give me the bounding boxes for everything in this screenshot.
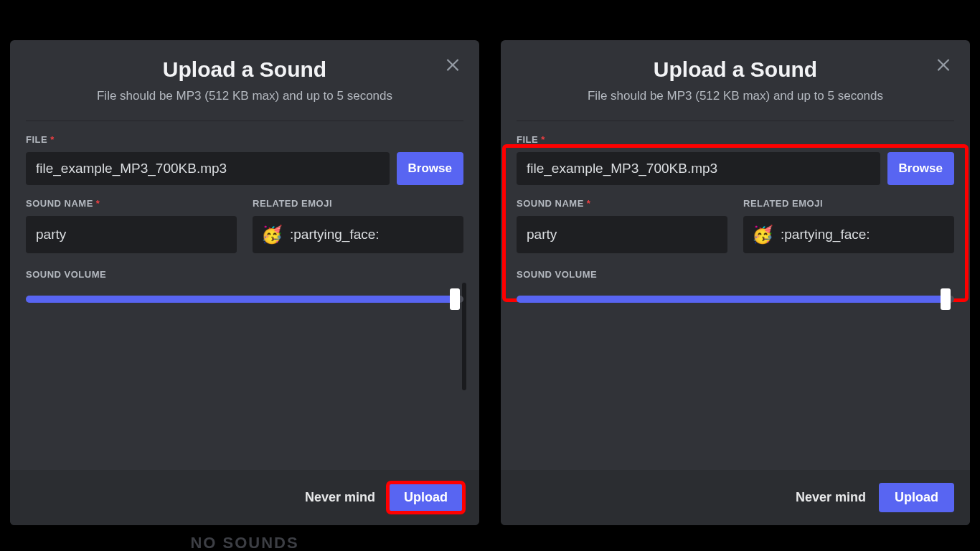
close-button[interactable] bbox=[442, 53, 463, 75]
file-label: FILE* bbox=[26, 134, 463, 145]
file-row: Browse bbox=[517, 152, 954, 185]
dialog-body: FILE* Browse SOUND NAME* RELATED EMOJI 🥳 bbox=[501, 121, 970, 470]
close-icon bbox=[443, 55, 462, 73]
emoji-col: RELATED EMOJI 🥳 :partying_face: bbox=[253, 198, 463, 253]
browse-button[interactable]: Browse bbox=[887, 152, 954, 185]
emoji-picker[interactable]: 🥳 :partying_face: bbox=[253, 216, 463, 253]
upload-button[interactable]: Upload bbox=[879, 483, 954, 512]
upload-sound-dialog: Upload a Sound File should be MP3 (512 K… bbox=[501, 40, 970, 525]
emoji-code: :partying_face: bbox=[781, 227, 870, 242]
sound-name-col: SOUND NAME* bbox=[26, 198, 237, 253]
dialog-title: Upload a Sound bbox=[30, 57, 459, 82]
sound-name-col: SOUND NAME* bbox=[517, 198, 727, 253]
volume-slider-thumb[interactable] bbox=[941, 288, 951, 310]
panel-right: Upload a Sound File should be MP3 (512 K… bbox=[489, 0, 980, 551]
close-icon bbox=[934, 55, 953, 73]
volume-slider-fill bbox=[26, 296, 455, 303]
dialog-footer: Never mind Upload bbox=[501, 470, 970, 525]
partying-face-icon: 🥳 bbox=[261, 226, 283, 243]
browse-button[interactable]: Browse bbox=[397, 152, 463, 185]
file-input[interactable] bbox=[517, 152, 880, 185]
background-empty-text: NO SOUNDS bbox=[190, 534, 298, 551]
dialog-title: Upload a Sound bbox=[521, 57, 950, 82]
file-label: FILE* bbox=[517, 134, 954, 145]
nevermind-button[interactable]: Never mind bbox=[305, 490, 375, 505]
emoji-label: RELATED EMOJI bbox=[743, 198, 954, 209]
file-row: Browse bbox=[26, 152, 463, 185]
emoji-code: :partying_face: bbox=[290, 227, 380, 242]
emoji-label: RELATED EMOJI bbox=[253, 198, 463, 209]
file-input[interactable] bbox=[26, 152, 390, 185]
dialog-header: Upload a Sound File should be MP3 (512 K… bbox=[501, 40, 970, 115]
volume-label: SOUND VOLUME bbox=[517, 269, 954, 280]
dialog-header: Upload a Sound File should be MP3 (512 K… bbox=[10, 40, 479, 115]
volume-label: SOUND VOLUME bbox=[26, 269, 463, 280]
volume-slider[interactable] bbox=[517, 296, 954, 303]
emoji-col: RELATED EMOJI 🥳 :partying_face: bbox=[743, 198, 954, 253]
nevermind-button[interactable]: Never mind bbox=[796, 490, 866, 505]
dialog-subtitle: File should be MP3 (512 KB max) and up t… bbox=[30, 89, 459, 103]
sound-name-input[interactable] bbox=[26, 216, 237, 253]
sound-name-input[interactable] bbox=[517, 216, 727, 253]
volume-slider-fill bbox=[517, 296, 946, 303]
volume-slider-thumb[interactable] bbox=[450, 288, 460, 310]
panel-left: Upload a Sound File should be MP3 (512 K… bbox=[0, 0, 489, 551]
dialog-footer: Never mind Upload bbox=[10, 470, 479, 525]
dialog-body: FILE* Browse SOUND NAME* RELATED EMOJI 🥳 bbox=[10, 121, 479, 470]
sound-name-label: SOUND NAME* bbox=[26, 198, 237, 209]
partying-face-icon: 🥳 bbox=[752, 226, 773, 243]
upload-sound-dialog: Upload a Sound File should be MP3 (512 K… bbox=[10, 40, 479, 525]
emoji-picker[interactable]: 🥳 :partying_face: bbox=[743, 216, 954, 253]
upload-button[interactable]: Upload bbox=[388, 483, 463, 512]
volume-slider[interactable] bbox=[26, 296, 463, 303]
close-button[interactable] bbox=[933, 53, 954, 75]
sound-name-label: SOUND NAME* bbox=[517, 198, 727, 209]
dialog-subtitle: File should be MP3 (512 KB max) and up t… bbox=[521, 89, 950, 103]
